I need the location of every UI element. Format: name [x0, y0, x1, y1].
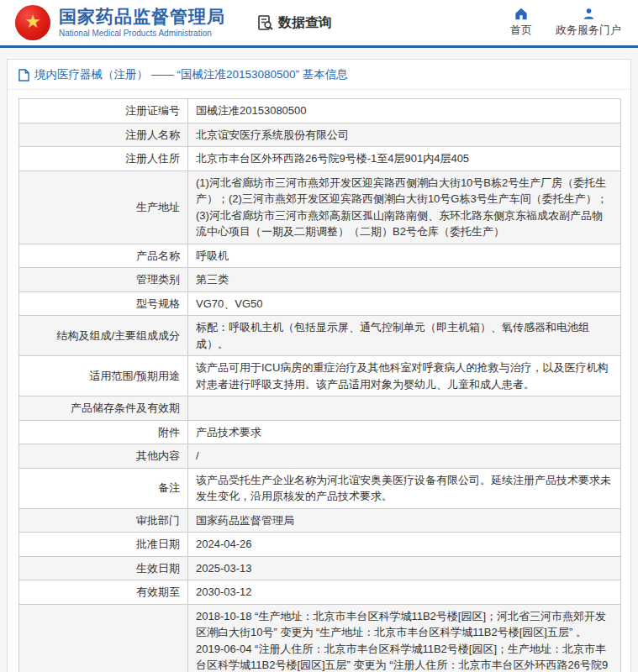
table-row: 产品储存条件及有效期 — [19, 396, 621, 421]
row-label: 型号规格 — [19, 291, 188, 316]
row-value: 国家药品监督管理局 — [188, 508, 621, 533]
row-label: 审批部门 — [19, 508, 188, 533]
national-emblem-icon: ★ — [15, 5, 50, 40]
row-label: 生产地址 — [19, 171, 188, 244]
info-table: 注册证编号国械注准20153080500注册人名称北京谊安医疗系统股份有限公司注… — [18, 98, 621, 672]
table-row: 结构及组成/主要组成成分标配：呼吸机主机（包括显示屏、通气控制单元（即主机箱）、… — [19, 316, 621, 356]
agency-titles: 国家药品监督管理局 National Medical Products Admi… — [59, 7, 225, 38]
row-label: 管理类别 — [19, 268, 188, 292]
row-label: 注册人住所 — [19, 147, 188, 171]
table-row: 型号规格VG70、VG50 — [19, 291, 621, 316]
header-right-nav: 首页 政务服务门户 — [510, 8, 626, 38]
content-panel: 境内医疗器械（注册） —— “国械注准20153080500” 基本信息 注册证… — [7, 59, 631, 672]
agency-logo-group[interactable]: ★ 国家药品监督管理局 National Medical Products Ad… — [15, 5, 225, 40]
row-label: 适用范围/预期用途 — [19, 356, 188, 396]
row-label: 注册证编号 — [19, 99, 188, 123]
row-label: 有效期至 — [19, 580, 188, 605]
document-icon — [18, 69, 29, 81]
row-value: 北京谊安医疗系统股份有限公司 — [188, 123, 621, 147]
row-value: 该产品可用于ICU病房的重症治疗及其他科室对呼衰病人的抢救与治疗，以及医疗机构对… — [188, 356, 621, 396]
nav-data-query[interactable]: 数据查询 — [257, 14, 332, 32]
row-value: VG70、VG50 — [188, 291, 621, 316]
breadcrumb: 境内医疗器械（注册） —— “国械注准20153080500” 基本信息 — [8, 60, 630, 90]
table-row: 生效日期2025-03-13 — [19, 556, 621, 580]
row-label: 备注 — [19, 468, 188, 508]
data-query-icon — [257, 14, 274, 31]
row-value: 2018-10-18 “生产地址：北京市丰台区科学城11B2号楼[园区]；河北省… — [188, 604, 621, 672]
home-icon — [514, 8, 528, 20]
row-value: 该产品受托生产企业名称为河北谊安奥美医疗设备有限公司。延续注册产品技术要求未发生… — [188, 468, 621, 508]
user-icon — [583, 8, 595, 20]
table-row: 批准日期2024-04-26 — [19, 533, 621, 557]
table-row: 管理类别第三类 — [19, 268, 621, 292]
row-label: 注册人名称 — [19, 123, 188, 147]
row-value: 呼吸机 — [188, 244, 621, 268]
table-row: 注册证编号国械注准20153080500 — [19, 99, 621, 123]
row-value: 2030-03-12 — [188, 580, 621, 605]
table-row: 注册人住所北京市丰台区外环西路26号院9号楼-1至4层901内4层405 — [19, 147, 621, 171]
row-label: 变更情况 — [19, 604, 188, 672]
site-header: ★ 国家药品监督管理局 National Medical Products Ad… — [0, 0, 638, 48]
row-label: 附件 — [19, 420, 188, 444]
nav-portal[interactable]: 政务服务门户 — [556, 8, 621, 38]
row-value: 北京市丰台区外环西路26号院9号楼-1至4层901内4层405 — [188, 147, 621, 171]
nav-home-label: 首页 — [510, 23, 532, 38]
row-label: 产品名称 — [19, 244, 188, 268]
nav-home[interactable]: 首页 — [510, 8, 532, 38]
row-value: 2024-04-26 — [188, 533, 621, 557]
row-label: 产品储存条件及有效期 — [19, 396, 188, 421]
table-row: 适用范围/预期用途该产品可用于ICU病房的重症治疗及其他科室对呼衰病人的抢救与治… — [19, 356, 621, 396]
row-label: 结构及组成/主要组成成分 — [19, 316, 188, 356]
breadcrumb-text: 境内医疗器械（注册） —— “国械注准20153080500” 基本信息 — [34, 67, 348, 82]
row-value: 国械注准20153080500 — [188, 99, 621, 123]
table-row: 其他内容/ — [19, 444, 621, 469]
nav-data-query-label: 数据查询 — [278, 14, 332, 32]
row-label: 生效日期 — [19, 556, 188, 580]
agency-title-en: National Medical Products Administration — [59, 28, 225, 39]
row-value: 第三类 — [188, 268, 621, 292]
row-value: 2025-03-13 — [188, 556, 621, 580]
row-value: 产品技术要求 — [188, 420, 621, 444]
table-row: 附件产品技术要求 — [19, 420, 621, 444]
table-row: 审批部门国家药品监督管理局 — [19, 508, 621, 533]
table-row: 变更情况2018-10-18 “生产地址：北京市丰台区科学城11B2号楼[园区]… — [19, 604, 621, 672]
row-label: 其他内容 — [19, 444, 188, 469]
row-value: / — [188, 444, 621, 469]
row-value: 标配：呼吸机主机（包括显示屏、通气控制单元（即主机箱）、氧传感器和电池组成）。 — [188, 316, 621, 356]
row-value — [188, 396, 621, 421]
table-row: 产品名称呼吸机 — [19, 244, 621, 268]
page: ★ 国家药品监督管理局 National Medical Products Ad… — [0, 0, 638, 672]
row-label: 批准日期 — [19, 533, 188, 557]
info-table-body: 注册证编号国械注准20153080500注册人名称北京谊安医疗系统股份有限公司注… — [19, 99, 621, 672]
row-value: (1)河北省廊坊市三河市燕郊开发区迎宾路西侧潮白大街10号B栋2号生产厂房（委托… — [188, 171, 621, 244]
table-row: 注册人名称北京谊安医疗系统股份有限公司 — [19, 123, 621, 147]
agency-title-cn: 国家药品监督管理局 — [59, 7, 225, 27]
table-row: 生产地址(1)河北省廊坊市三河市燕郊开发区迎宾路西侧潮白大街10号B栋2号生产厂… — [19, 171, 621, 244]
table-row: 备注该产品受托生产企业名称为河北谊安奥美医疗设备有限公司。延续注册产品技术要求未… — [19, 468, 621, 508]
table-row: 有效期至2030-03-12 — [19, 580, 621, 605]
nav-portal-label: 政务服务门户 — [556, 23, 621, 38]
